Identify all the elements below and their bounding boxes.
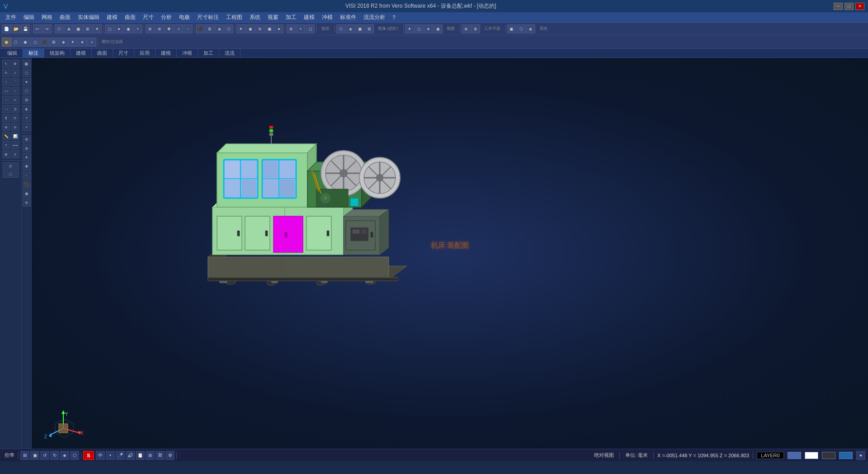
menu-analysis[interactable]: 分析 [157,13,175,22]
stb-btn-6[interactable]: ◈ [23,105,31,113]
status-icon-2[interactable]: ▣ [30,451,39,460]
tb-icon-14[interactable]: ▫ [184,24,193,33]
menu-file[interactable]: 文件 [2,13,20,22]
status-icon-12[interactable]: ⊞ [146,451,155,460]
tb-icon-30[interactable]: ⊞ [365,24,374,33]
tool-view-iso[interactable]: ⬡ [3,171,19,178]
tool-analyze[interactable]: 📊 [11,132,19,140]
tool-cut[interactable]: ⊖ [11,123,19,131]
tool-trim[interactable]: ✂ [11,96,19,104]
select-box-button[interactable]: ⬡ [11,38,20,47]
menu-view[interactable]: 视窗 [264,13,282,22]
tb-icon-24[interactable]: ⊕ [287,24,296,33]
stb-btn-9[interactable]: ⊕ [23,135,31,143]
tb-icon-36[interactable]: ⊗ [471,24,480,33]
tb-icon-11[interactable]: ⊗ [155,24,164,33]
stb-btn-2[interactable]: ◻ [23,69,31,77]
tb-icon-33[interactable]: ● [424,24,433,33]
menu-die[interactable]: 冲模 [318,13,336,22]
tool-scale[interactable]: ⤢ [11,69,19,77]
stb-btn-3[interactable]: ● [23,78,31,86]
tb-icon-18[interactable]: ⬡ [224,24,233,33]
tb-icon-32[interactable]: ◻ [415,24,424,33]
tb-icon-3[interactable]: ▣ [74,24,83,33]
layer-indicator[interactable]: LAYER0 [757,452,784,459]
stb-btn-15[interactable]: ◉ [23,190,31,198]
tool-spline[interactable]: ~ [2,96,10,104]
tb-icon-21[interactable]: ⊛ [255,24,264,33]
status-icon-11[interactable]: 📋 [136,451,145,460]
tab-wireframe[interactable]: 线架构 [44,49,71,57]
tool-text[interactable]: T [2,141,10,149]
status-icon-1[interactable]: ⊞ [20,451,29,460]
tool-offset[interactable]: ⊐ [11,105,19,113]
tab-dimension[interactable]: 尺寸 [113,49,134,57]
stb-btn-4[interactable]: ⬡ [23,87,31,95]
tool-arc[interactable]: ⌒ [11,78,19,86]
tb-icon-27[interactable]: ⬡ [336,24,345,33]
tb-icon-31[interactable]: ✦ [405,24,414,33]
status-icon-7[interactable]: 中 [96,451,105,460]
tb-icon-13[interactable]: ▪ [174,24,183,33]
stb-btn-5[interactable]: ⊞ [23,96,31,104]
tb-icon-26[interactable]: ◻ [306,24,315,33]
select-vertex-button[interactable]: ● [78,38,87,47]
tool-boolean[interactable]: ⊕ [2,123,10,131]
undo-button[interactable]: ↩ [33,24,42,33]
menu-surface2[interactable]: 曲面 [121,13,139,22]
tb-icon-2[interactable]: ◈ [64,24,73,33]
tool-fillet[interactable]: ⌓ [2,105,10,113]
status-icon-4[interactable]: ↻ [50,451,59,460]
select-all-button[interactable]: ▣ [2,38,11,47]
tb-icon-1[interactable]: ⬡ [55,24,64,33]
select-face-button[interactable]: ◻ [30,38,39,47]
menu-dimension[interactable]: 尺寸 [139,13,157,22]
status-icon-5[interactable]: ◈ [60,451,69,460]
tab-build[interactable]: 建模 [71,49,92,57]
tb-icon-6[interactable]: ◻ [105,24,114,33]
select-solid-button[interactable]: ⬛ [40,38,49,47]
tool-zoom-fit[interactable]: ⊡ [3,162,19,170]
tb-icon-17[interactable]: ◈ [215,24,224,33]
tb-icon-38[interactable]: ⬡ [517,24,526,33]
tb-icon-25[interactable]: ∘ [296,24,305,33]
tool-line[interactable]: / [2,78,10,86]
tool-rect[interactable]: ▭ [2,87,10,95]
menu-system[interactable]: 系统 [246,13,264,22]
tab-apply[interactable]: 应用 [134,49,156,57]
tab-machining[interactable]: 加工 [198,49,219,57]
new-button[interactable]: 📄 [2,24,11,33]
tool-grid[interactable]: # [11,150,19,158]
tb-icon-12[interactable]: ✚ [165,24,174,33]
tb-icon-34[interactable]: ◉ [434,24,443,33]
tb-icon-5[interactable]: ✦ [93,24,102,33]
tb-icon-35[interactable]: ⊕ [462,24,471,33]
menu-standard[interactable]: 标准件 [336,13,360,22]
tb-icon-9[interactable]: ∘ [133,24,142,33]
menu-surface[interactable]: 曲面 [56,13,74,22]
menu-build[interactable]: 建模 [103,13,121,22]
status-icon-6[interactable]: ⬡ [70,451,79,460]
select-surface-button[interactable]: ◈ [59,38,68,47]
tb-icon-23[interactable]: ● [274,24,283,33]
stb-btn-16[interactable]: ⊛ [23,199,31,207]
tab-modeling[interactable]: 建模 [156,49,177,57]
stb-btn-14[interactable]: ⬛ [23,180,31,189]
stb-btn-12[interactable]: ✚ [23,162,31,171]
menu-engineering[interactable]: 工程图 [222,13,246,22]
tb-icon-20[interactable]: ◉ [246,24,255,33]
tb-icon-10[interactable]: ⊕ [146,24,155,33]
menu-solid-edit[interactable]: 实体编辑 [74,13,103,22]
tab-flow[interactable]: 流流 [219,49,241,57]
tab-die[interactable]: 冲模 [177,49,198,57]
tool-circle[interactable]: ○ [11,87,19,95]
minimize-button[interactable]: ─ [834,3,843,10]
stb-btn-10[interactable]: ⊗ [23,144,31,152]
tb-icon-28[interactable]: ◈ [346,24,355,33]
menu-edit[interactable]: 编辑 [20,13,38,22]
tool-revolve[interactable]: ⟳ [11,114,19,122]
status-icon-9[interactable]: 🎤 [116,451,125,460]
menu-electrode[interactable]: 电极 [175,13,193,22]
menu-mold-flow[interactable]: 流流分析 [360,13,389,22]
status-icon-10[interactable]: 🔊 [126,451,135,460]
